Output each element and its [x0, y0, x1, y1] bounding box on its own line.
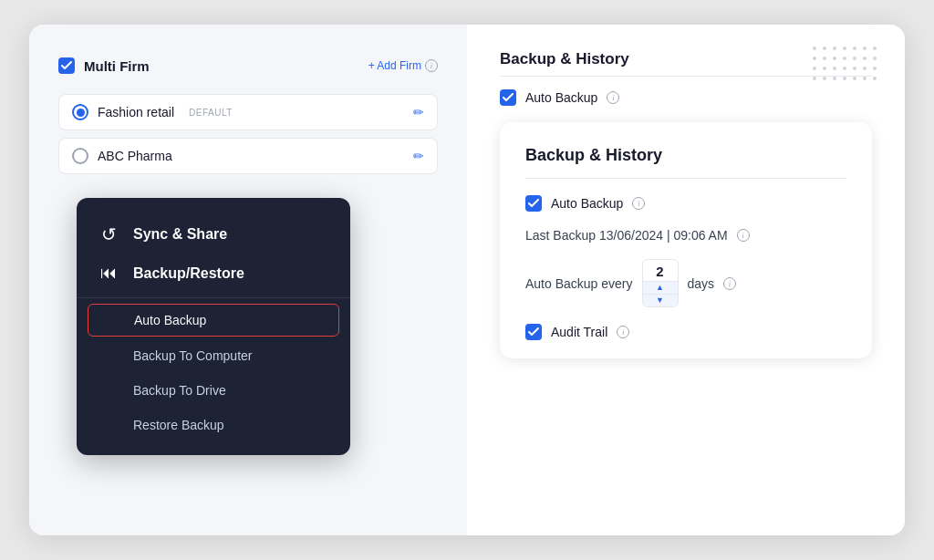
menu-backup-restore[interactable]: ⏮ Backup/Restore — [77, 254, 350, 292]
backup-card-title: Backup & History — [525, 146, 846, 165]
backup-restore-icon: ⏮ — [97, 264, 120, 283]
card-backup-interval-row: Auto Backup every 2 ▲ ▼ days i — [525, 259, 846, 307]
audit-trail-info-icon: i — [617, 326, 629, 338]
edit-icon-fashion[interactable]: ✏ — [413, 105, 424, 119]
interval-info-icon: i — [723, 277, 736, 290]
auto-backup-top-row: Auto Backup i — [500, 89, 872, 106]
multi-firm-label: Multi Firm — [84, 58, 150, 74]
firm-row-fashion[interactable]: Fashion retail DEFAULT ✏ — [58, 94, 438, 130]
auto-backup-top-label: Auto Backup — [525, 90, 597, 105]
firm-radio-pharma[interactable] — [72, 148, 88, 164]
last-backup-value: 13/06/2024 | 09:06 AM — [599, 228, 728, 243]
auto-backup-submenu-label: Auto Backup — [134, 313, 206, 327]
add-firm-info-icon: i — [425, 59, 438, 72]
default-badge: DEFAULT — [189, 108, 233, 118]
card-auto-backup-checkbox[interactable] — [525, 195, 542, 212]
menu-backup-to-drive[interactable]: Backup To Drive — [77, 373, 350, 408]
backup-computer-label: Backup To Computer — [133, 348, 252, 363]
interval-down-button[interactable]: ▼ — [643, 295, 678, 306]
menu-auto-backup[interactable]: Auto Backup — [88, 304, 339, 337]
sync-icon: ↺ — [97, 223, 120, 245]
card-divider — [525, 178, 846, 179]
right-header-divider — [500, 76, 872, 77]
restore-backup-label: Restore Backup — [133, 418, 224, 432]
firm-radio-fashion[interactable] — [72, 104, 88, 120]
last-backup-label: Last Backup — [525, 228, 596, 243]
backup-restore-label: Backup/Restore — [133, 265, 244, 282]
audit-trail-checkbox[interactable] — [525, 324, 542, 340]
card-auto-backup-row: Auto Backup i — [525, 195, 846, 212]
menu-sync-share[interactable]: ↺ Sync & Share — [77, 214, 350, 254]
last-backup-text: Last Backup 13/06/2024 | 09:06 AM — [525, 228, 728, 243]
add-firm-button[interactable]: + Add Firm i — [368, 59, 438, 72]
interval-up-button[interactable]: ▲ — [643, 282, 678, 295]
menu-backup-to-computer[interactable]: Backup To Computer — [77, 338, 350, 373]
last-backup-info-icon: i — [737, 229, 750, 242]
auto-backup-top-checkbox[interactable] — [500, 89, 516, 106]
menu-restore-backup[interactable]: Restore Backup — [77, 408, 350, 442]
interval-input[interactable]: 2 ▲ ▼ — [642, 259, 679, 307]
firm-row-pharma[interactable]: ABC Pharma ✏ — [58, 138, 438, 174]
menu-divider — [77, 297, 350, 298]
card-last-backup-row: Last Backup 13/06/2024 | 09:06 AM i — [525, 228, 846, 243]
backup-history-card: Backup & History Auto Backup i Last Back… — [500, 122, 872, 358]
radio-inner — [77, 109, 85, 117]
card-audit-trail-row: Audit Trail i — [525, 324, 846, 340]
audit-trail-label: Audit Trail — [551, 325, 607, 339]
days-label: days — [688, 276, 715, 291]
card-auto-backup-info-icon: i — [632, 197, 645, 210]
multi-firm-row: Multi Firm + Add Firm i — [58, 57, 438, 74]
backup-drive-label: Backup To Drive — [133, 383, 226, 398]
sync-share-label: Sync & Share — [133, 226, 227, 243]
edit-icon-pharma[interactable]: ✏ — [413, 149, 424, 163]
app-container: Multi Firm + Add Firm i Fashion retail D… — [29, 25, 905, 535]
right-panel: Backup & History Auto Backup i Backup & … — [467, 25, 905, 535]
multi-firm-checkbox[interactable] — [58, 57, 75, 74]
backup-every-label: Auto Backup every — [525, 276, 633, 291]
interval-value: 2 — [643, 260, 678, 282]
auto-backup-top-info-icon: i — [607, 91, 619, 104]
right-header-title: Backup & History — [500, 50, 629, 68]
dropdown-menu: ↺ Sync & Share ⏮ Backup/Restore Auto Bac… — [77, 198, 350, 455]
card-auto-backup-label: Auto Backup — [551, 196, 623, 211]
firm-name-fashion: Fashion retail — [98, 105, 174, 119]
firm-name-pharma: ABC Pharma — [98, 149, 172, 163]
